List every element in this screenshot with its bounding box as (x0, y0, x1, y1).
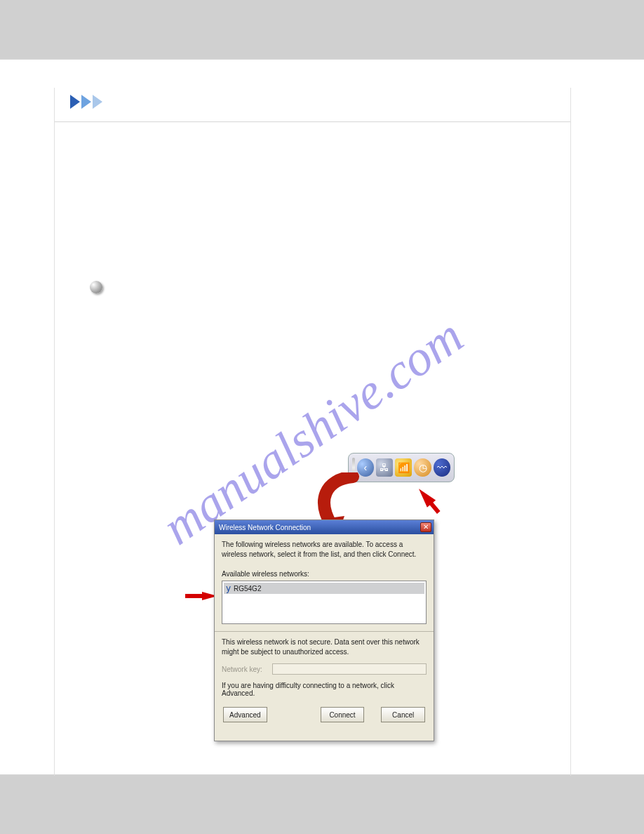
annotation-arrow-icon (415, 485, 436, 508)
connect-button[interactable]: Connect (321, 707, 365, 722)
left-rail (13, 88, 55, 776)
network-icon: 🖧 (376, 458, 393, 477)
arrow-icon (93, 95, 102, 109)
section-divider (55, 121, 570, 122)
page-body: manualshive.com ‹ 🖧 📶 ◷ 〰 Wireless Ne (0, 59, 644, 775)
trouble-text: If you are having difficulty connecting … (222, 682, 427, 697)
arrow-icon (70, 95, 80, 109)
dialog-divider (215, 631, 434, 632)
arrow-icon (81, 95, 91, 109)
dialog-intro-text: The following wireless networks are avai… (222, 540, 427, 559)
main-content: manualshive.com ‹ 🖧 📶 ◷ 〰 Wireless Ne (55, 88, 571, 776)
network-key-label: Network key: (222, 666, 267, 673)
list-item[interactable]: 𝗒 RG54G2 (224, 583, 424, 594)
page-bottom-divider (0, 774, 644, 775)
right-rail (571, 88, 631, 776)
antenna-icon: 𝗒 (226, 583, 231, 593)
dialog-body: The following wireless networks are avai… (215, 534, 434, 732)
clock-icon: ◷ (414, 458, 431, 477)
wifi-icon[interactable]: 📶 (395, 458, 412, 477)
network-listbox[interactable]: 𝗒 RG54G2 (222, 581, 427, 624)
advanced-button[interactable]: Advanced (223, 707, 267, 722)
network-key-row: Network key: (222, 663, 427, 675)
cancel-button[interactable]: Cancel (381, 707, 425, 722)
dialog-titlebar: Wireless Network Connection ✕ (215, 520, 434, 534)
wave-icon: 〰 (434, 458, 450, 477)
network-key-field[interactable] (272, 663, 427, 675)
network-name: RG54G2 (234, 585, 261, 593)
bullet-sphere-icon (90, 281, 102, 293)
close-icon[interactable]: ✕ (420, 522, 431, 532)
available-networks-label: Available wireless networks: (222, 570, 427, 578)
triple-arrow-icon (70, 95, 102, 109)
page-top-bar (0, 0, 644, 59)
dialog-title-text: Wireless Network Connection (219, 524, 311, 531)
security-note: This wireless network is not secure. Dat… (222, 637, 427, 656)
page-bottom-bar (0, 775, 644, 834)
wireless-dialog: Wireless Network Connection ✕ The follow… (214, 519, 434, 741)
dialog-button-row: Advanced Connect Cancel (222, 707, 427, 728)
